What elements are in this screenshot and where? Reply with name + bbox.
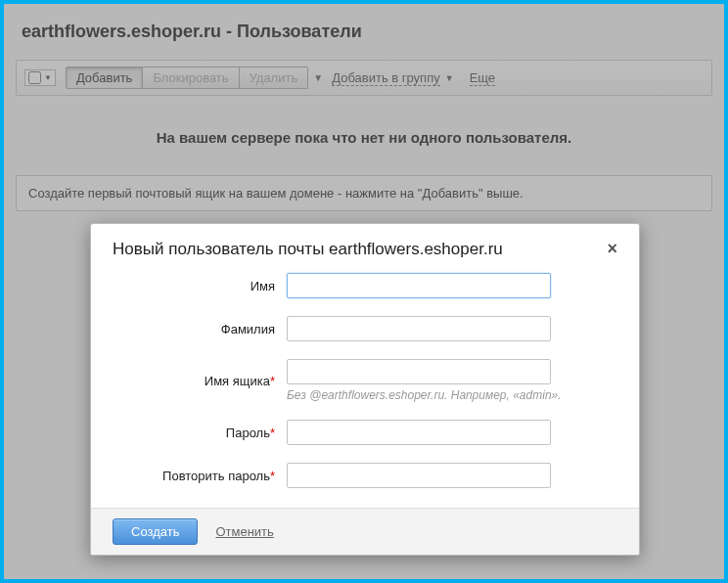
first-name-input[interactable] <box>287 273 551 298</box>
dropdown-arrow-icon[interactable]: ▼ <box>308 72 328 83</box>
password-confirm-input[interactable] <box>287 463 551 488</box>
password-label: Пароль* <box>113 426 287 440</box>
empty-state-message: На вашем сервере пока что нет ни одного … <box>16 129 712 146</box>
more-menu[interactable]: Еще <box>470 70 495 86</box>
more-label: Еще <box>470 70 495 86</box>
toolbar: ▼ Добавить Блокировать Удалить ▼ Добавит… <box>16 60 712 96</box>
delete-button[interactable]: Удалить <box>240 67 309 89</box>
new-user-modal: Новый пользователь почты earthflowers.es… <box>90 223 640 556</box>
first-name-label: Имя <box>113 279 287 293</box>
login-input[interactable] <box>287 359 551 384</box>
cancel-link[interactable]: Отменить <box>215 524 273 539</box>
hint-box: Создайте первый почтовый ящик на вашем д… <box>16 175 712 211</box>
select-all-checkbox[interactable]: ▼ <box>24 69 56 86</box>
last-name-label: Фамилия <box>113 322 287 336</box>
add-to-group-label: Добавить в группу <box>332 70 440 86</box>
add-to-group-menu[interactable]: Добавить в группу ▼ <box>332 70 453 86</box>
modal-title: Новый пользователь почты earthflowers.es… <box>113 240 503 259</box>
login-label: Имя ящика* <box>113 374 287 388</box>
page-title: earthflowers.eshoper.ru - Пользователи <box>16 22 712 42</box>
chevron-down-icon: ▼ <box>445 73 454 83</box>
chevron-down-icon: ▼ <box>44 73 52 82</box>
close-icon[interactable]: × <box>607 240 617 257</box>
add-button[interactable]: Добавить <box>66 67 143 89</box>
block-button[interactable]: Блокировать <box>143 67 239 89</box>
last-name-input[interactable] <box>287 316 551 341</box>
select-all-input[interactable] <box>28 71 41 84</box>
password-confirm-label: Повторить пароль* <box>113 469 287 483</box>
create-button[interactable]: Создать <box>113 518 198 545</box>
login-hint: Без @earthflowers.eshoper.ru. Например, … <box>287 388 617 402</box>
password-input[interactable] <box>287 420 551 445</box>
